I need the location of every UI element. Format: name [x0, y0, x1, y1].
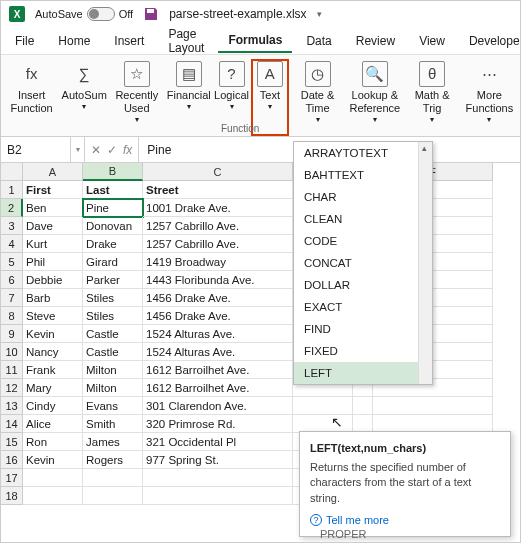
- ribbon-autosum-button[interactable]: ∑AutoSum▾: [60, 59, 108, 136]
- dropdown-item-left[interactable]: LEFT: [294, 362, 432, 384]
- cell[interactable]: Castle: [83, 343, 143, 361]
- cell[interactable]: 1612 Barroilhet Ave.: [143, 361, 293, 379]
- row-header-3[interactable]: 3: [1, 217, 23, 235]
- dropdown-item-bahttext[interactable]: BAHTTEXT: [294, 164, 432, 186]
- cell[interactable]: 1456 Drake Ave.: [143, 307, 293, 325]
- ribbon-math-trig-button[interactable]: θMath & Trig▾: [403, 59, 460, 136]
- row-header-7[interactable]: 7: [1, 289, 23, 307]
- dropdown-item-char[interactable]: CHAR: [294, 186, 432, 208]
- filename-label[interactable]: parse-street-example.xlsx: [169, 7, 306, 21]
- cell[interactable]: [143, 469, 293, 487]
- menu-tab-view[interactable]: View: [409, 30, 455, 52]
- menu-tab-insert[interactable]: Insert: [104, 30, 154, 52]
- row-header-18[interactable]: 18: [1, 487, 23, 505]
- row-header-16[interactable]: 16: [1, 451, 23, 469]
- tell-me-more-link[interactable]: ? Tell me more: [310, 514, 500, 526]
- row-header-12[interactable]: 12: [1, 379, 23, 397]
- ribbon-lookup-reference-button[interactable]: 🔍Lookup & Reference▾: [346, 59, 403, 136]
- dropdown-item-exact[interactable]: EXACT: [294, 296, 432, 318]
- row-header-5[interactable]: 5: [1, 253, 23, 271]
- cell[interactable]: Kevin: [23, 325, 83, 343]
- ribbon-more-functions-button[interactable]: ⋯More Functions▾: [461, 59, 518, 136]
- toggle-switch-icon[interactable]: [87, 7, 115, 21]
- dropdown-item-dollar[interactable]: DOLLAR: [294, 274, 432, 296]
- enter-icon[interactable]: ✓: [107, 143, 117, 157]
- row-header-15[interactable]: 15: [1, 433, 23, 451]
- row-header-9[interactable]: 9: [1, 325, 23, 343]
- cell[interactable]: Phil: [23, 253, 83, 271]
- cell[interactable]: 320 Primrose Rd.: [143, 415, 293, 433]
- cell[interactable]: First: [23, 181, 83, 199]
- row-header-6[interactable]: 6: [1, 271, 23, 289]
- cell[interactable]: Stiles: [83, 289, 143, 307]
- ribbon-financial-button[interactable]: ▤Financial▾: [165, 59, 212, 136]
- cell[interactable]: Ron: [23, 433, 83, 451]
- cell[interactable]: 1257 Cabrillo Ave.: [143, 235, 293, 253]
- cell[interactable]: 1524 Alturas Ave.: [143, 343, 293, 361]
- cell[interactable]: James: [83, 433, 143, 451]
- column-header-B[interactable]: B: [83, 163, 143, 181]
- cell[interactable]: Kurt: [23, 235, 83, 253]
- cell[interactable]: Pine: [83, 199, 143, 217]
- cell[interactable]: 1257 Cabrillo Ave.: [143, 217, 293, 235]
- cell[interactable]: Smith: [83, 415, 143, 433]
- row-header-14[interactable]: 14: [1, 415, 23, 433]
- cell[interactable]: Donovan: [83, 217, 143, 235]
- cell[interactable]: 321 Occidental Pl: [143, 433, 293, 451]
- cell[interactable]: Castle: [83, 325, 143, 343]
- cell[interactable]: Evans: [83, 397, 143, 415]
- dropdown-item-fixed[interactable]: FIXED: [294, 340, 432, 362]
- menu-tab-file[interactable]: File: [5, 30, 44, 52]
- cell[interactable]: Debbie: [23, 271, 83, 289]
- cell[interactable]: Mary: [23, 379, 83, 397]
- dropdown-scrollbar[interactable]: [418, 142, 432, 384]
- cell[interactable]: [83, 487, 143, 505]
- row-header-8[interactable]: 8: [1, 307, 23, 325]
- select-all-corner[interactable]: [1, 163, 23, 181]
- autosave-toggle[interactable]: AutoSave Off: [35, 7, 133, 21]
- cell[interactable]: Drake: [83, 235, 143, 253]
- cell[interactable]: [353, 397, 373, 415]
- cell[interactable]: Milton: [83, 379, 143, 397]
- ribbon-recently-used-button[interactable]: ☆Recently Used▾: [108, 59, 165, 136]
- cell[interactable]: Rogers: [83, 451, 143, 469]
- row-header-4[interactable]: 4: [1, 235, 23, 253]
- cell[interactable]: 1419 Broadway: [143, 253, 293, 271]
- cell[interactable]: 1456 Drake Ave.: [143, 289, 293, 307]
- row-header-10[interactable]: 10: [1, 343, 23, 361]
- dropdown-item-code[interactable]: CODE: [294, 230, 432, 252]
- cell[interactable]: [23, 487, 83, 505]
- column-header-C[interactable]: C: [143, 163, 293, 181]
- cell[interactable]: Street: [143, 181, 293, 199]
- cell[interactable]: Girard: [83, 253, 143, 271]
- cell[interactable]: Dave: [23, 217, 83, 235]
- cell[interactable]: 1612 Barroilhet Ave.: [143, 379, 293, 397]
- cell[interactable]: Alice: [23, 415, 83, 433]
- cell[interactable]: Parker: [83, 271, 143, 289]
- menu-tab-formulas[interactable]: Formulas: [218, 29, 292, 53]
- cell[interactable]: Steve: [23, 307, 83, 325]
- cell[interactable]: Stiles: [83, 307, 143, 325]
- cell[interactable]: [23, 469, 83, 487]
- cell[interactable]: Cindy: [23, 397, 83, 415]
- filename-dropdown-icon[interactable]: ▾: [317, 9, 322, 19]
- dropdown-item-concat[interactable]: CONCAT: [294, 252, 432, 274]
- dropdown-item-find[interactable]: FIND: [294, 318, 432, 340]
- row-header-11[interactable]: 11: [1, 361, 23, 379]
- cell[interactable]: Frank: [23, 361, 83, 379]
- cell[interactable]: Last: [83, 181, 143, 199]
- cell[interactable]: 1524 Alturas Ave.: [143, 325, 293, 343]
- fx-icon[interactable]: fx: [123, 143, 132, 157]
- column-header-A[interactable]: A: [23, 163, 83, 181]
- menu-tab-data[interactable]: Data: [296, 30, 341, 52]
- cell[interactable]: 1001 Drake Ave.: [143, 199, 293, 217]
- cell[interactable]: 977 Spring St.: [143, 451, 293, 469]
- ribbon-insert-function-button[interactable]: fxInsert Function: [3, 59, 60, 136]
- row-header-1[interactable]: 1: [1, 181, 23, 199]
- cell[interactable]: 1443 Floribunda Ave.: [143, 271, 293, 289]
- dropdown-item-arraytotext[interactable]: ARRAYTOTEXT: [294, 142, 432, 164]
- cell[interactable]: [373, 397, 493, 415]
- cell[interactable]: [83, 469, 143, 487]
- cell[interactable]: Ben: [23, 199, 83, 217]
- cell[interactable]: Nancy: [23, 343, 83, 361]
